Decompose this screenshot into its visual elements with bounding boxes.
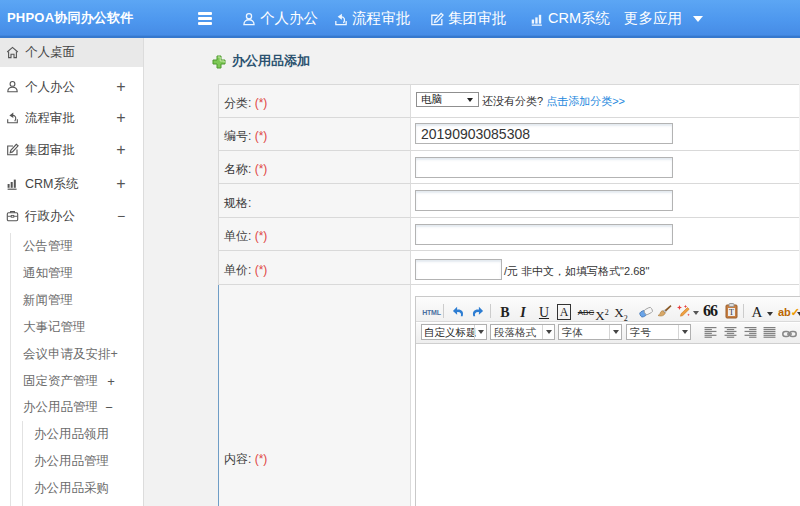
svg-text:T: T — [729, 308, 734, 317]
